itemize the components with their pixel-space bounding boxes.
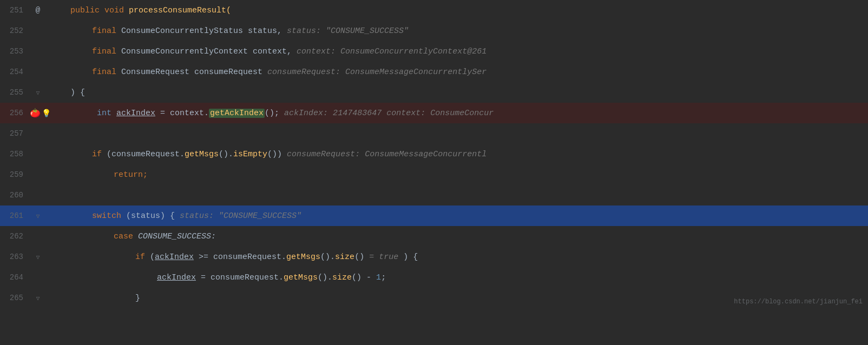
token: getMsgs: [284, 273, 318, 282]
code-line: 251@public void processConsumeResult(: [0, 0, 868, 21]
fold-icon[interactable]: ▽: [36, 254, 40, 261]
code-line: 257: [0, 123, 868, 144]
fold-icon[interactable]: ▽: [36, 295, 40, 302]
token: (): [354, 253, 369, 262]
gutter-icon: ▽: [30, 295, 46, 302]
token: size: [335, 253, 354, 262]
token: return;: [114, 170, 148, 180]
token: if: [92, 150, 102, 159]
code-content: if (ackIndex >= consumeRequest.getMsgs()…: [46, 253, 868, 262]
code-line: 263▽if (ackIndex >= consumeRequest.getMs…: [0, 247, 868, 267]
line-number: 264: [0, 273, 30, 282]
token: size: [332, 273, 352, 282]
line-number: 256: [0, 109, 30, 117]
code-content: [46, 191, 868, 200]
token: consumeRequest: ConsumeMessageConcurrent…: [267, 68, 486, 77]
token: (: [145, 253, 155, 262]
token: final: [92, 47, 121, 56]
token: void: [104, 6, 129, 15]
line-number: 253: [0, 47, 30, 56]
gutter-icon: ▽: [30, 213, 46, 220]
line-number: 251: [0, 6, 30, 15]
watermark-url: https://blog.csdn.net/jianjun_fei: [734, 298, 863, 306]
line-number: 263: [0, 253, 30, 261]
code-content: final ConsumeConcurrentlyContext context…: [46, 47, 868, 56]
code-line: 259return;: [0, 164, 868, 185]
token: ().: [320, 253, 335, 262]
line-number: 259: [0, 170, 30, 179]
token: ) {: [70, 88, 85, 97]
code-line: 254final ConsumeRequest consumeRequest c…: [0, 62, 868, 82]
token: = context.: [155, 109, 209, 118]
token: getAckIndex: [209, 109, 265, 118]
line-number: 260: [0, 191, 30, 200]
token: CONSUME_SUCCESS:: [138, 232, 216, 241]
token: context: ConsumeConcurrentlyContext@261: [297, 47, 486, 56]
token: ().: [318, 273, 332, 282]
token: = true: [369, 253, 398, 262]
line-number: 254: [0, 68, 30, 76]
token: ) {: [398, 253, 418, 262]
fold-icon[interactable]: ▽: [36, 213, 40, 220]
token: switch: [92, 211, 121, 221]
code-line: 261▽switch (status) { status: "CONSUME_S…: [0, 205, 868, 226]
code-line: 253final ConsumeConcurrentlyContext cont…: [0, 41, 868, 62]
breakpoint-icon[interactable]: 🍅: [30, 108, 41, 118]
code-content: ) {: [46, 88, 868, 97]
token: }: [135, 294, 140, 303]
line-number: 255: [0, 88, 30, 97]
token: ackIndex: [155, 253, 194, 262]
token: processConsumeResult(: [129, 6, 231, 15]
token: >= consumeRequest.: [194, 253, 286, 262]
fold-icon[interactable]: ▽: [36, 89, 40, 96]
code-line: 252final ConsumeConcurrentlyStatus statu…: [0, 21, 868, 41]
token: ConsumeConcurrentlyContext: [121, 47, 248, 56]
token: getMsgs: [286, 253, 320, 262]
code-content: switch (status) { status: "CONSUME_SUCCE…: [46, 211, 868, 221]
token: ()): [267, 150, 287, 159]
line-number: 261: [0, 211, 30, 220]
token: ackIndex: [157, 273, 196, 282]
code-line: 258if (consumeRequest.getMsgs().isEmpty(…: [0, 144, 868, 164]
token: 1: [376, 273, 381, 282]
token: final: [92, 26, 121, 36]
token: status: "CONSUME_SUCCESS": [287, 26, 409, 36]
token: if: [135, 253, 145, 262]
token: ConsumeConcurrentlyStatus: [121, 26, 243, 36]
code-line: 262case CONSUME_SUCCESS:: [0, 226, 868, 247]
code-content: ackIndex = consumeRequest.getMsgs().size…: [46, 273, 868, 282]
code-content: return;: [46, 170, 868, 180]
token: final: [92, 68, 121, 77]
token: (status) {: [121, 211, 180, 221]
code-content: case CONSUME_SUCCESS:: [46, 232, 868, 241]
code-content: if (consumeRequest.getMsgs().isEmpty()) …: [46, 150, 868, 159]
code-content: [46, 129, 868, 138]
line-number: 252: [0, 26, 30, 35]
token: ().: [219, 150, 233, 159]
gutter-icon: @: [30, 6, 46, 15]
code-line: 264ackIndex = consumeRequest.getMsgs().s…: [0, 267, 868, 288]
token: consumeRequest: ConsumeMessageConcurrent…: [287, 150, 486, 159]
gutter-icon: ▽: [30, 89, 46, 96]
token: ackIndex: [116, 109, 155, 118]
token: (consumeRequest.: [102, 150, 185, 159]
token: status: "CONSUME_SUCCESS": [180, 211, 301, 221]
token: status,: [243, 26, 287, 36]
token: ConsumeRequest: [121, 68, 189, 77]
token: consumeRequest: [189, 68, 267, 77]
token: case: [114, 232, 138, 241]
line-number: 265: [0, 294, 30, 302]
token: context,: [248, 47, 297, 56]
token: = consumeRequest.: [196, 273, 284, 282]
token: ackIndex: 2147483647 context: ConsumeCon…: [284, 109, 494, 118]
code-editor: 251@public void processConsumeResult(252…: [0, 0, 868, 345]
code-content: public void processConsumeResult(: [46, 6, 868, 15]
code-line: 256🍅💡int ackIndex = context.getAckIndex(…: [0, 103, 868, 123]
code-line: 265▽}https://blog.csdn.net/jianjun_fei: [0, 288, 868, 308]
code-content: final ConsumeConcurrentlyStatus status, …: [46, 26, 868, 36]
token: getMsgs: [185, 150, 219, 159]
line-number: 262: [0, 232, 30, 241]
token: ;: [381, 273, 386, 282]
bulb-icon[interactable]: 💡: [42, 109, 51, 118]
token: public: [70, 6, 104, 15]
